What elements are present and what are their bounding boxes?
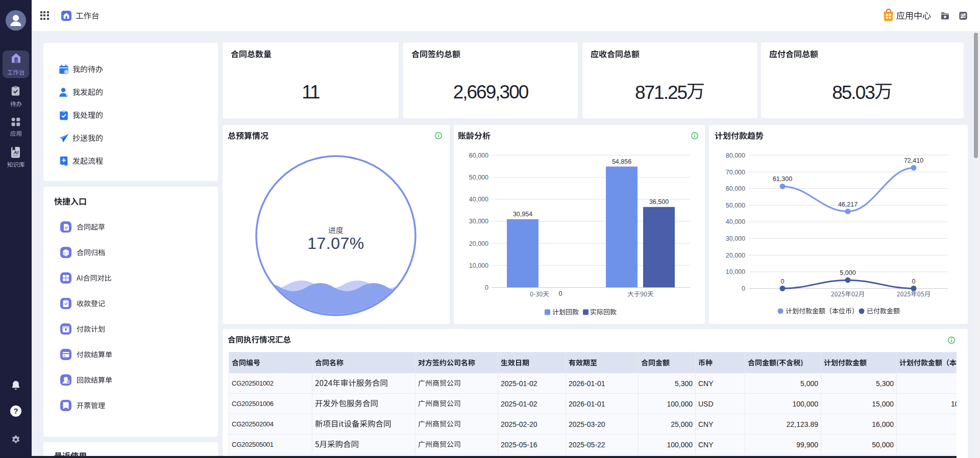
svg-text:36,500: 36,500 (649, 198, 669, 206)
svg-text:61,300: 61,300 (773, 175, 792, 183)
svg-text:0: 0 (559, 290, 562, 297)
svg-text:50,000: 50,000 (726, 202, 745, 209)
svg-text:5,000: 5,000 (840, 269, 855, 276)
svg-text:60,000: 60,000 (469, 152, 488, 159)
svg-text:30,000: 30,000 (726, 235, 745, 242)
svg-text:80,000: 80,000 (726, 152, 745, 159)
svg-text:46,217: 46,217 (838, 201, 857, 208)
svg-text:20,000: 20,000 (469, 240, 488, 247)
svg-text:0: 0 (781, 278, 785, 285)
svg-text:30,000: 30,000 (469, 218, 488, 225)
svg-text:AI: AI (13, 149, 19, 155)
svg-text:72,410: 72,410 (904, 157, 923, 164)
svg-text:54,856: 54,856 (612, 158, 631, 165)
svg-text:0: 0 (742, 285, 745, 292)
svg-text:0: 0 (485, 284, 488, 291)
svg-text:10,000: 10,000 (726, 268, 745, 275)
svg-text:50,000: 50,000 (469, 174, 488, 181)
svg-text:60,000: 60,000 (726, 185, 745, 192)
svg-text:30,954: 30,954 (513, 211, 532, 218)
svg-text:70,000: 70,000 (726, 169, 745, 176)
svg-text:20,000: 20,000 (726, 252, 745, 259)
svg-text:40,000: 40,000 (469, 196, 488, 203)
svg-text:10,000: 10,000 (469, 262, 488, 269)
svg-text:0: 0 (912, 278, 916, 285)
svg-text:40,000: 40,000 (726, 218, 745, 225)
svg-text:17.07%: 17.07% (307, 234, 364, 252)
